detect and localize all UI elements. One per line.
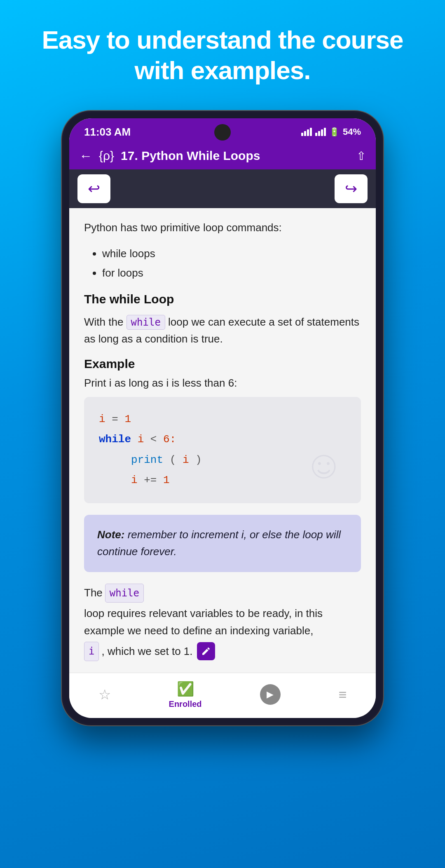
bottom-desc-before: The [84, 584, 103, 602]
play-icon: ▶ [260, 684, 281, 705]
code-block: i = 1 while i < 6: print [84, 397, 361, 503]
code-var-i2: i [138, 433, 144, 446]
status-bar: 11:03 AM 🔋 54% [69, 118, 376, 143]
edit-svg [201, 646, 211, 656]
back-button[interactable]: ← [79, 148, 92, 164]
tab-menu[interactable]: ≡ [339, 687, 347, 703]
battery-icon: 🔋 [329, 127, 340, 137]
code-lt: < [150, 433, 163, 446]
code-indent-1 [99, 454, 124, 466]
enrolled-label: Enrolled [169, 699, 202, 709]
example-label: Example [84, 357, 361, 371]
tab-star[interactable]: ☆ [98, 686, 111, 703]
phone-frame: 11:03 AM 🔋 54% ← {ρ} 17. Python Whil [62, 111, 383, 725]
code-var-i3: i [183, 454, 189, 466]
note-body: remember to increment i, or else the loo… [97, 528, 341, 558]
code-var-i4: i [131, 474, 138, 486]
nav-title: 17. Python While Loops [121, 149, 350, 163]
nav-bar: ← {ρ} 17. Python While Loops ⇧ [69, 143, 376, 169]
next-button[interactable]: ↪ [335, 174, 368, 203]
star-icon: ☆ [98, 686, 111, 703]
check-icon: ✅ [177, 680, 194, 697]
while-keyword-inline: while [126, 315, 165, 330]
code-num-6: 6: [163, 433, 176, 446]
menu-icon: ≡ [339, 687, 347, 703]
bottom-while-keyword: while [105, 584, 144, 603]
bullet-item-while: while loops [102, 244, 361, 263]
code-while: while [99, 433, 131, 446]
next-arrow-icon: ↪ [345, 180, 357, 197]
while-loop-heading: The while Loop [84, 292, 361, 306]
code-op-eq: = [112, 413, 124, 425]
code-line-2: while i < 6: [99, 429, 346, 450]
note-bold: Note: [97, 528, 124, 541]
nav-arrows-row: ↩ ↪ [69, 169, 376, 208]
bullet-item-for: for loops [102, 263, 361, 283]
tab-enrolled[interactable]: ✅ Enrolled [169, 680, 202, 709]
while-loop-desc: With the while loop we can execute a set… [84, 314, 361, 347]
bullet-list: while loops for loops [84, 244, 361, 283]
camera-notch [214, 124, 231, 141]
edit-icon[interactable] [197, 642, 215, 660]
code-var-i: i [99, 413, 105, 425]
code-num-1: 1 [124, 413, 131, 425]
code-paren-open: ( [170, 454, 176, 466]
bottom-desc-middle: loop requires relevant variables to be r… [84, 605, 361, 639]
bottom-desc-end: , which we set to 1. [101, 643, 192, 660]
code-line-4: i += 1 [99, 470, 346, 490]
code-pluseq: += [144, 474, 163, 486]
desc-before: With the [84, 316, 123, 328]
share-button[interactable]: ⇧ [356, 149, 366, 163]
bottom-desc: The while loop requires relevant variabl… [84, 584, 361, 661]
code-num-1b: 1 [163, 474, 170, 486]
code-print: print [131, 454, 163, 466]
prev-arrow-icon: ↩ [88, 180, 100, 197]
code-paren-close: ) [195, 454, 202, 466]
intro-text: Python has two primitive loop commands: [84, 220, 361, 236]
example-desc: Print i as long as i is less than 6: [84, 377, 361, 389]
signal-bars-2 [315, 128, 326, 136]
tab-bar: ☆ ✅ Enrolled ▶ ≡ [69, 673, 376, 718]
content-area: Python has two primitive loop commands: … [69, 208, 376, 673]
code-indent-2 [99, 474, 124, 486]
hero-title: Easy to understand the course with examp… [0, 25, 445, 86]
status-time: 11:03 AM [84, 126, 131, 138]
code-line-1: i = 1 [99, 409, 346, 429]
code-line-3: print ( i ) [99, 450, 346, 470]
watermark: ☺ [312, 444, 336, 491]
tab-play[interactable]: ▶ [260, 684, 281, 705]
bottom-i-keyword: i [84, 642, 99, 661]
phone-screen: 11:03 AM 🔋 54% ← {ρ} 17. Python Whil [69, 118, 376, 718]
desc-after: loop we can execute a set of statements … [84, 316, 359, 345]
note-box: Note: remember to increment i, or else t… [84, 515, 361, 572]
status-icons: 🔋 54% [301, 127, 361, 137]
code-icon: {ρ} [99, 149, 114, 163]
battery-percent: 54% [343, 127, 361, 137]
prev-button[interactable]: ↩ [77, 174, 110, 203]
signal-bars-1 [301, 128, 312, 136]
note-text: Note: remember to increment i, or else t… [97, 526, 348, 561]
phone-mockup: 11:03 AM 🔋 54% ← {ρ} 17. Python Whil [62, 111, 383, 725]
